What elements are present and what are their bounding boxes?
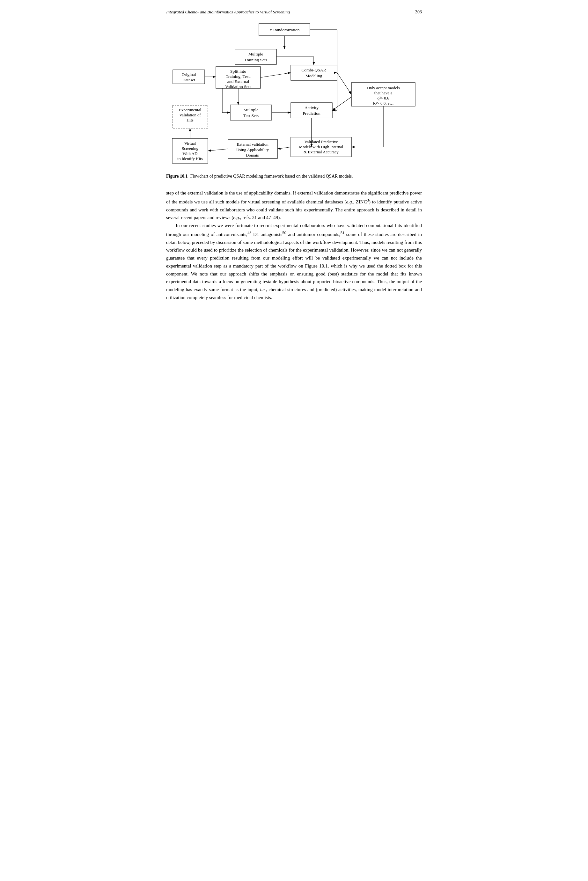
svg-line-54 [337,73,351,94]
svg-text:Combi-QSAR: Combi-QSAR [302,67,326,72]
svg-text:Validation Sets: Validation Sets [225,84,251,89]
figure-caption: Figure 10.1 Flowchart of predictive QSAR… [166,173,422,180]
header-title: Integrated Chemo- and Bioinformatics App… [166,10,290,15]
paragraph-2: In our recent studies we were fortunate … [166,222,422,302]
svg-line-55 [332,97,351,110]
paragraph-1: step of the external validation is the u… [166,189,422,222]
svg-text:Prediction: Prediction [303,111,321,116]
svg-text:Activity: Activity [304,105,318,110]
svg-text:Only accept models: Only accept models [367,85,399,90]
svg-text:R²> 0.6, etc.: R²> 0.6, etc. [373,101,393,106]
figure-label: Figure 10.1 [166,173,188,180]
svg-text:Domain: Domain [246,153,259,157]
svg-text:Dataset: Dataset [182,78,195,82]
svg-text:Multiple: Multiple [244,108,259,112]
svg-text:and External: and External [227,79,249,84]
svg-text:Models with High Internal: Models with High Internal [299,144,344,149]
page-header: Integrated Chemo- and Bioinformatics App… [166,10,422,15]
svg-text:Y-Randomization: Y-Randomization [269,27,299,32]
flowchart-svg: Y-Randomization Multiple Training Sets O… [166,20,422,167]
svg-line-58 [278,147,291,149]
svg-text:Screening: Screening [182,146,198,151]
svg-text:& External Accuracy: & External Accuracy [304,150,339,154]
svg-text:Virtual: Virtual [184,141,196,146]
svg-text:Using Applicability: Using Applicability [236,147,269,152]
svg-line-50 [261,73,291,78]
svg-text:Multiple: Multiple [248,52,263,57]
svg-text:Validation of: Validation of [179,112,201,117]
svg-text:to Identify Hits: to Identify Hits [177,156,202,161]
svg-text:With AD: With AD [183,151,198,156]
svg-text:Test Sets: Test Sets [243,113,259,118]
page-number: 303 [415,10,422,15]
svg-text:Hits: Hits [186,118,194,123]
svg-text:External validation: External validation [237,142,268,147]
svg-text:q²> 0.6: q²> 0.6 [377,96,389,100]
svg-text:Split into: Split into [230,69,246,73]
body-text: step of the external validation is the u… [166,189,422,302]
svg-text:Original: Original [182,72,196,77]
svg-text:that have a: that have a [374,91,393,95]
svg-text:Modeling: Modeling [306,73,322,78]
svg-text:Validated Predictive: Validated Predictive [304,139,338,144]
svg-text:Experimental: Experimental [179,108,201,112]
figure-caption-text: Flowchart of predictive QSAR modeling fr… [190,173,352,180]
svg-text:Training Sets: Training Sets [244,57,267,62]
svg-line-59 [208,149,228,151]
flowchart: Y-Randomization Multiple Training Sets O… [166,20,422,167]
svg-text:Training, Test,: Training, Test, [226,74,250,79]
